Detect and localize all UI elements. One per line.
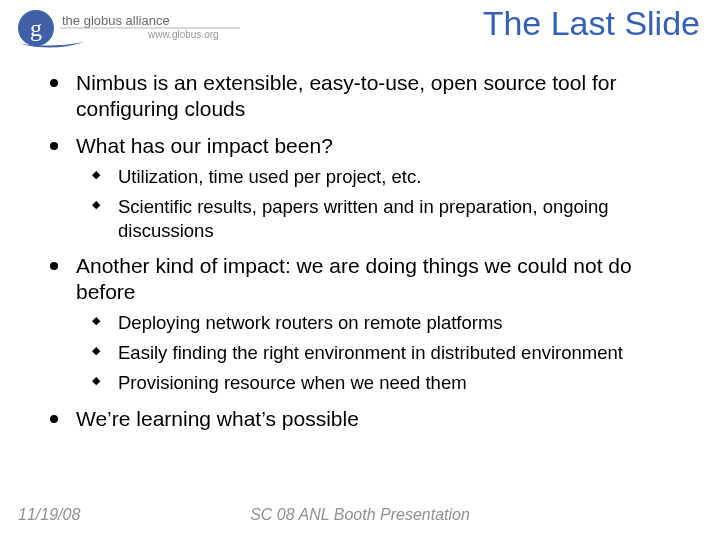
bullet-text: We’re learning what’s possible xyxy=(76,407,359,430)
sub-bullet-item: Utilization, time used per project, etc. xyxy=(90,165,692,189)
sub-bullet-item: Scientific results, papers written and i… xyxy=(90,195,692,243)
logo-bottom-text: www.globus.org xyxy=(147,29,219,40)
logo-top-text: the globus alliance xyxy=(62,13,170,28)
footer-center: SC 08 ANL Booth Presentation xyxy=(0,506,720,524)
sub-bullet-text: Easily finding the right environment in … xyxy=(118,342,623,363)
footer: 11/19/08 SC 08 ANL Booth Presentation xyxy=(0,506,720,530)
bullet-list: Nimbus is an extensible, easy-to-use, op… xyxy=(44,70,692,432)
sub-bullet-list: Deploying network routers on remote plat… xyxy=(76,311,692,395)
sub-bullet-item: Provisioning resource when we need them xyxy=(90,371,692,395)
globus-alliance-logo-icon: g the globus alliance www.globus.org xyxy=(14,8,244,53)
slide-title: The Last Slide xyxy=(260,4,700,43)
sub-bullet-text: Utilization, time used per project, etc. xyxy=(118,166,421,187)
bullet-item: Another kind of impact: we are doing thi… xyxy=(44,253,692,396)
bullet-item: Nimbus is an extensible, easy-to-use, op… xyxy=(44,70,692,123)
bullet-text: What has our impact been? xyxy=(76,134,333,157)
sub-bullet-item: Deploying network routers on remote plat… xyxy=(90,311,692,335)
bullet-item: We’re learning what’s possible xyxy=(44,406,692,432)
logo: g the globus alliance www.globus.org xyxy=(14,8,248,55)
bullet-text: Another kind of impact: we are doing thi… xyxy=(76,254,632,303)
slide: g the globus alliance www.globus.org The… xyxy=(0,0,720,540)
sub-bullet-list: Utilization, time used per project, etc.… xyxy=(76,165,692,243)
logo-initial: g xyxy=(30,15,42,41)
bullet-item: What has our impact been? Utilization, t… xyxy=(44,133,692,243)
sub-bullet-item: Easily finding the right environment in … xyxy=(90,341,692,365)
content-area: Nimbus is an extensible, easy-to-use, op… xyxy=(44,70,692,442)
title-area: The Last Slide xyxy=(260,4,700,43)
sub-bullet-text: Deploying network routers on remote plat… xyxy=(118,312,503,333)
sub-bullet-text: Scientific results, papers written and i… xyxy=(118,196,609,241)
bullet-text: Nimbus is an extensible, easy-to-use, op… xyxy=(76,71,616,120)
sub-bullet-text: Provisioning resource when we need them xyxy=(118,372,467,393)
